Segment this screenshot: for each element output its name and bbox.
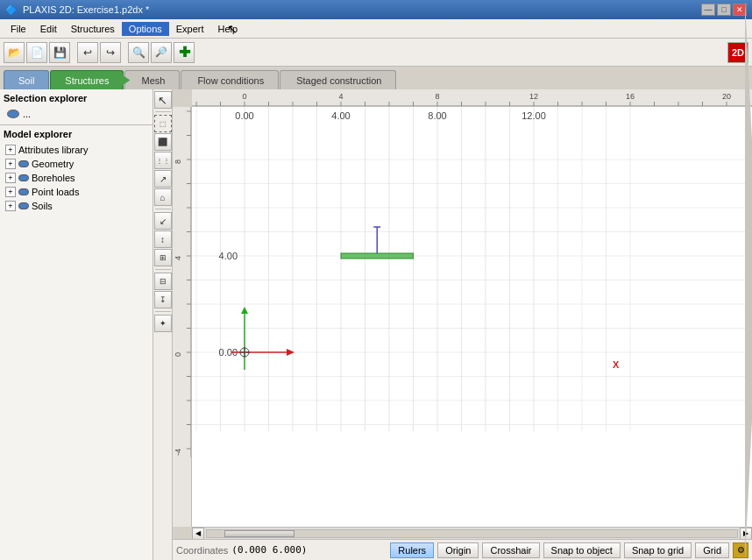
menu-bar: File Edit Structures Options Expert Help… — [0, 19, 752, 39]
tree-item-soils[interactable]: + Soils — [4, 199, 149, 213]
horizontal-scrollbar[interactable]: ◀ ▶ — [192, 527, 752, 539]
tree-item-pointloads[interactable]: + Point loads — [4, 185, 149, 199]
save-btn[interactable]: 💾 — [49, 42, 70, 63]
close-btn[interactable]: ✕ — [733, 4, 747, 16]
mouse-cursor: ↖ — [227, 22, 238, 36]
tree-item-boreholes[interactable]: + Boreholes — [4, 171, 149, 185]
tab-mesh[interactable]: Mesh — [124, 70, 180, 89]
undo-btn[interactable]: ↩ — [77, 42, 98, 63]
settings-icon[interactable]: ⚙ — [733, 542, 748, 558]
ruler-top — [192, 89, 752, 107]
boreholes-label: Boreholes — [32, 173, 75, 183]
geometry-label: Geometry — [32, 159, 74, 169]
tool5[interactable]: ⌂ — [154, 188, 172, 206]
redo-btn[interactable]: ↪ — [100, 42, 121, 63]
h-scroll-thumb[interactable] — [224, 530, 294, 537]
menu-edit[interactable]: Edit — [33, 22, 64, 36]
tab-staged[interactable]: Staged construction — [280, 70, 396, 89]
new-btn[interactable]: 📄 — [26, 42, 47, 63]
ruler-left — [173, 107, 192, 527]
title-text: PLAXIS 2D: Exercise1.p2dx * — [23, 4, 701, 15]
tree-item-geometry[interactable]: + Geometry — [4, 157, 149, 171]
model-explorer-header: Model explorer — [4, 129, 149, 139]
window-controls: — □ ✕ — [701, 4, 747, 16]
zoom-out-btn[interactable]: 🔎 — [151, 42, 172, 63]
coords-value: (0.000 6.000) — [231, 544, 307, 556]
selection-explorer-header: Selection explorer — [4, 93, 149, 103]
soils-eye[interactable] — [18, 202, 29, 209]
snap-grid-btn[interactable]: Snap to grid — [624, 542, 692, 558]
model-explorer: Model explorer + Attributes library + Ge… — [0, 125, 153, 560]
rect-select-tool[interactable]: ⬚ — [154, 115, 172, 132]
app-icon: 🔷 — [5, 4, 18, 16]
grid-btn[interactable]: Grid — [695, 542, 729, 558]
tab-flow[interactable]: Flow conditions — [181, 70, 279, 89]
tool3[interactable]: ⋮⋮ — [154, 152, 172, 169]
expand-boreholes[interactable]: + — [5, 173, 16, 183]
selection-explorer: Selection explorer ... — [0, 89, 153, 125]
tool8[interactable]: ⊞ — [154, 249, 172, 266]
menu-structures[interactable]: Structures — [64, 22, 122, 36]
tab-soil[interactable]: Soil — [4, 70, 49, 89]
open-btn[interactable]: 📂 — [4, 42, 25, 63]
tab-structures[interactable]: Structures — [50, 70, 124, 89]
attributes-label: Attributes library — [18, 145, 88, 155]
geometry-eye[interactable] — [18, 160, 29, 167]
selection-item-label: ... — [23, 109, 31, 119]
select-tool[interactable]: ↖ — [154, 91, 172, 109]
menu-file[interactable]: File — [4, 22, 33, 36]
rulers-btn[interactable]: Rulers — [390, 542, 434, 558]
expand-attributes[interactable]: + — [5, 145, 16, 155]
selection-explorer-item: ... — [4, 107, 149, 121]
canvas-container[interactable] — [192, 107, 752, 527]
tool7[interactable]: ↕ — [154, 230, 172, 248]
expand-soils[interactable]: + — [5, 201, 16, 211]
visibility-eye[interactable] — [7, 110, 19, 118]
zoom-in-btn[interactable]: 🔍 — [128, 42, 149, 63]
menu-options[interactable]: Options — [122, 22, 169, 36]
tool11[interactable]: ✦ — [154, 315, 172, 332]
h-scroll-left[interactable]: ◀ — [192, 528, 204, 540]
canvas-area: ◀ ▶ Coordinates (0.000 6.000) Rulers Ori… — [173, 89, 752, 560]
title-bar: 🔷 PLAXIS 2D: Exercise1.p2dx * — □ ✕ — [0, 0, 752, 19]
left-panel: Selection explorer ... Model explorer + … — [0, 89, 153, 560]
crosshair-btn[interactable]: Crosshair — [482, 542, 539, 558]
coords-label: Coordinates — [176, 545, 228, 556]
tool2[interactable]: ⬛ — [154, 133, 172, 151]
minimize-btn[interactable]: — — [701, 4, 715, 16]
main-content: Selection explorer ... Model explorer + … — [0, 89, 752, 560]
add-btn[interactable]: ✚ — [174, 42, 195, 63]
tool4[interactable]: ↗ — [154, 170, 172, 188]
toolbar: 📂 📄 💾 ↩ ↪ 🔍 🔎 ✚ 2D — [0, 39, 752, 67]
soils-label: Soils — [32, 201, 53, 211]
tree-item-attributes[interactable]: + Attributes library — [4, 143, 149, 157]
expand-geometry[interactable]: + — [5, 159, 16, 169]
tool9[interactable]: ⊟ — [154, 273, 172, 290]
stage-tabs: Soil Structures Mesh Flow conditions Sta… — [0, 67, 752, 89]
maximize-btn[interactable]: □ — [717, 4, 731, 16]
tool10[interactable]: ↧ — [154, 291, 172, 308]
menu-expert[interactable]: Expert — [169, 22, 211, 36]
expand-pointloads[interactable]: + — [5, 187, 16, 197]
status-bar: Coordinates (0.000 6.000) Rulers Origin … — [173, 539, 752, 560]
tool6[interactable]: ↙ — [154, 212, 172, 230]
boreholes-eye[interactable] — [18, 174, 29, 181]
right-toolbar: ↖ ⬚ ⬛ ⋮⋮ ↗ ⌂ ↙ ↕ ⊞ ⊟ ↧ ✦ — [153, 89, 173, 560]
h-scroll-track[interactable] — [206, 529, 738, 538]
pointloads-eye[interactable] — [18, 188, 29, 195]
origin-btn[interactable]: Origin — [437, 542, 479, 558]
snap-object-btn[interactable]: Snap to object — [543, 542, 621, 558]
pointloads-label: Point loads — [32, 187, 79, 197]
